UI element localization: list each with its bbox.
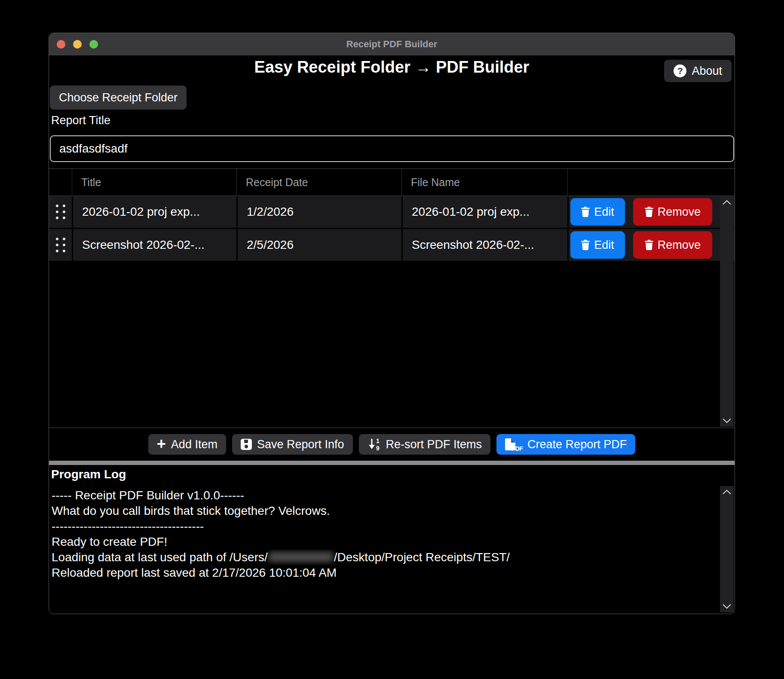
file-name-column-header: File Name (401, 169, 567, 196)
table-scrollbar[interactable] (720, 196, 734, 427)
svg-text:9: 9 (376, 445, 380, 451)
create-report-pdf-button[interactable]: PDF Create Report PDF (496, 434, 635, 455)
row-date-cell: 2/5/2026 (236, 229, 401, 261)
sort-numeric-down-icon: 19 (368, 438, 381, 451)
log-scrollbar[interactable] (720, 486, 734, 612)
chevron-up-icon[interactable] (722, 489, 732, 495)
log-line: Ready to create PDF! (52, 534, 718, 550)
floppy-disk-icon (241, 439, 252, 450)
remove-button-label: Remove (658, 205, 701, 219)
log-line: Reloaded report last saved at 2/17/2026 … (52, 565, 718, 581)
choose-receipt-folder-button[interactable]: Choose Receipt Folder (50, 86, 187, 110)
title-column-header: Title (72, 169, 236, 196)
trash-icon (581, 207, 590, 217)
row-title-cell: 2026-01-02 proj exp... (72, 196, 236, 228)
add-item-label: Add Item (171, 438, 217, 451)
remove-button[interactable]: Remove (633, 198, 712, 226)
chevron-up-icon[interactable] (722, 200, 732, 205)
log-path-suffix: /Desktop/Project Receipts/TEST/ (334, 551, 510, 564)
save-report-info-label: Save Report Info (257, 438, 344, 451)
table-row: 2026-01-02 proj exp... 1/2/2026 2026-01-… (49, 196, 735, 229)
redacted-username (269, 552, 333, 562)
remove-button-label: Remove (658, 239, 701, 252)
window-title: Receipt PDF Builder (346, 39, 437, 50)
trash-icon (645, 240, 653, 250)
log-line: What do you call birds that stick togeth… (52, 503, 718, 519)
remove-button[interactable]: Remove (633, 231, 712, 259)
close-window-button[interactable] (57, 40, 65, 49)
resort-pdf-items-button[interactable]: 19 Re-sort PDF Items (359, 434, 491, 455)
page-title: Easy Receipt Folder → PDF Builder (49, 58, 735, 76)
drag-column-header (49, 169, 72, 196)
minimize-window-button[interactable] (73, 40, 82, 49)
svg-text:1: 1 (376, 438, 380, 444)
report-title-input[interactable] (50, 135, 734, 162)
row-title-cell: Screenshot 2026-02-... (72, 229, 236, 261)
drag-handle-dots-icon[interactable] (56, 205, 65, 219)
program-log-heading: Program Log (51, 468, 126, 481)
traffic-lights (57, 40, 98, 49)
actions-column-header (567, 169, 735, 196)
chevron-down-icon[interactable] (722, 418, 732, 423)
log-line-path: Loading data at last used path of /Users… (52, 550, 718, 565)
about-label: About (692, 64, 722, 78)
app-window: Receipt PDF Builder Easy Receipt Folder … (49, 33, 735, 614)
row-file-cell: Screenshot 2026-02-... (401, 229, 567, 261)
drag-handle-dots-icon[interactable] (56, 238, 65, 252)
drag-cell (49, 229, 72, 261)
create-report-pdf-label: Create Report PDF (527, 438, 627, 451)
pdf-file-icon: PDF (505, 438, 515, 450)
resort-pdf-items-label: Re-sort PDF Items (386, 438, 482, 451)
log-line: ----- Receipt PDF Builder v1.0.0------ (52, 488, 718, 503)
drag-cell (49, 196, 72, 228)
edit-button[interactable]: Edit (570, 231, 625, 259)
window-titlebar[interactable]: Receipt PDF Builder (49, 33, 735, 55)
actions-toolbar: + Add Item Save Report Info 19 Re-sort P… (49, 434, 735, 455)
program-log: ----- Receipt PDF Builder v1.0.0------ W… (52, 488, 718, 581)
table-header-row: Title Receipt Date File Name (49, 169, 735, 196)
edit-button[interactable]: Edit (570, 198, 625, 226)
report-title-label: Report Title (51, 114, 110, 127)
question-circle-icon: ? (674, 64, 686, 77)
maximize-window-button[interactable] (89, 40, 98, 49)
trash-icon (645, 207, 653, 217)
edit-button-label: Edit (594, 205, 614, 219)
edit-button-label: Edit (594, 239, 614, 252)
receipt-items-table: Title Receipt Date File Name 2026-01-02 … (49, 168, 735, 428)
receipt-date-column-header: Receipt Date (236, 169, 401, 196)
add-item-button[interactable]: + Add Item (148, 434, 226, 455)
save-report-info-button[interactable]: Save Report Info (232, 434, 353, 455)
about-button[interactable]: ? About (664, 60, 732, 82)
row-file-cell: 2026-01-02 proj exp... (401, 196, 567, 228)
log-line: -------------------------------------- (52, 519, 718, 534)
trash-icon (581, 240, 590, 250)
table-row: Screenshot 2026-02-... 2/5/2026 Screensh… (49, 229, 735, 262)
row-actions-cell: Edit Remove (567, 229, 735, 261)
pdf-file-icon-label: PDF (511, 445, 523, 452)
row-actions-cell: Edit Remove (567, 196, 735, 228)
row-date-cell: 1/2/2026 (236, 196, 401, 228)
pane-splitter[interactable] (49, 461, 735, 465)
chevron-down-icon[interactable] (722, 604, 732, 609)
log-path-prefix: Loading data at last used path of /Users… (52, 551, 268, 564)
